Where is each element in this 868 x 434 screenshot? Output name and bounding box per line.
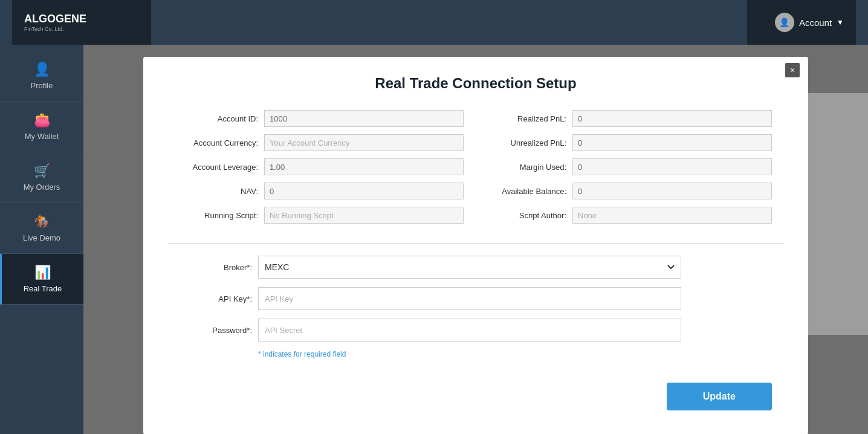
running-script-label: Running Script:: [180, 211, 258, 220]
form-col-right: Realized PnL: Unrealized PnL: Margin Use…: [476, 110, 784, 231]
account-currency-input[interactable]: [264, 134, 464, 151]
sidebar-item-live-demo[interactable]: 🏇 Live Demo: [0, 203, 83, 254]
password-input[interactable]: [258, 319, 681, 342]
realized-pnl-row: Realized PnL:: [488, 110, 772, 127]
realized-pnl-input[interactable]: [572, 110, 772, 127]
logo-area: ALGOGENE FinTech Co. Ltd.: [12, 0, 151, 45]
form-section: Account ID: Account Currency: Account Le…: [167, 110, 784, 231]
nav-input[interactable]: [264, 183, 464, 199]
modal-overlay: × Real Trade Connection Setup Account ID…: [83, 45, 868, 434]
wallet-icon: 👛: [34, 112, 50, 128]
available-balance-input[interactable]: [572, 183, 772, 199]
sidebar-item-label: Real Trade: [24, 284, 62, 293]
account-button[interactable]: 👤 Account ▼: [747, 0, 856, 45]
modal-title: Real Trade Connection Setup: [167, 75, 784, 92]
account-id-label: Account ID:: [180, 114, 258, 123]
account-currency-label: Account Currency:: [180, 138, 258, 147]
sidebar-item-real-trade[interactable]: 📊 Real Trade: [0, 254, 83, 305]
broker-label: Broker*:: [180, 263, 252, 272]
password-label: Password*:: [180, 326, 252, 335]
sidebar: 👤 Profile 👛 My Wallet 🛒 My Orders 🏇 Live…: [0, 45, 83, 434]
script-author-label: Script Author:: [488, 211, 566, 220]
sidebar-item-label: Live Demo: [23, 233, 60, 242]
broker-section: Broker*: MEXC Binance Bybit Bitfinex API…: [167, 256, 784, 358]
navbar: ALGOGENE FinTech Co. Ltd. 👤 Account ▼: [0, 0, 868, 45]
realized-pnl-label: Realized PnL:: [488, 114, 566, 123]
unrealized-pnl-row: Unrealized PnL:: [488, 134, 772, 151]
form-col-left: Account ID: Account Currency: Account Le…: [167, 110, 476, 231]
unrealized-pnl-input[interactable]: [572, 134, 772, 151]
account-avatar: 👤: [775, 13, 794, 32]
main-layout: 👤 Profile 👛 My Wallet 🛒 My Orders 🏇 Live…: [0, 45, 868, 434]
orders-icon: 🛒: [34, 163, 50, 179]
margin-used-row: Margin Used:: [488, 158, 772, 175]
required-note: * indicates for required field: [258, 350, 772, 358]
password-row: Password*:: [180, 319, 772, 342]
available-balance-row: Available Balance:: [488, 183, 772, 199]
broker-select[interactable]: MEXC Binance Bybit Bitfinex: [258, 256, 681, 279]
sidebar-item-label: Profile: [31, 81, 53, 90]
running-script-row: Running Script:: [180, 207, 464, 224]
nav-row: NAV:: [180, 183, 464, 199]
sidebar-item-my-wallet[interactable]: 👛 My Wallet: [0, 102, 83, 152]
running-script-input[interactable]: [264, 207, 464, 224]
real-trade-icon: 📊: [34, 265, 51, 280]
logo-sub: FinTech Co. Ltd.: [24, 26, 86, 32]
unrealized-pnl-label: Unrealized PnL:: [488, 138, 566, 147]
api-key-label: API Key*:: [180, 294, 252, 303]
account-leverage-input[interactable]: [264, 158, 464, 175]
sidebar-item-label: My Orders: [24, 183, 60, 192]
script-author-row: Script Author:: [488, 207, 772, 224]
account-id-input[interactable]: [264, 110, 464, 127]
update-button[interactable]: Update: [667, 383, 772, 410]
profile-icon: 👤: [34, 62, 50, 77]
margin-used-label: Margin Used:: [488, 163, 566, 172]
available-balance-label: Available Balance:: [488, 187, 566, 196]
chevron-down-icon: ▼: [837, 18, 844, 27]
sidebar-item-profile[interactable]: 👤 Profile: [0, 51, 83, 102]
sidebar-item-label: My Wallet: [25, 132, 59, 141]
account-leverage-label: Account Leverage:: [180, 163, 258, 172]
api-key-row: API Key*:: [180, 287, 772, 310]
sidebar-item-my-orders[interactable]: 🛒 My Orders: [0, 152, 83, 203]
account-leverage-row: Account Leverage:: [180, 158, 464, 175]
api-key-input[interactable]: [258, 287, 681, 310]
account-currency-row: Account Currency:: [180, 134, 464, 151]
modal: × Real Trade Connection Setup Account ID…: [143, 57, 808, 434]
content-area: × Real Trade Connection Setup Account ID…: [83, 45, 868, 434]
account-label: Account: [799, 18, 832, 28]
script-author-input[interactable]: [572, 207, 772, 224]
modal-close-button[interactable]: ×: [785, 63, 800, 77]
margin-used-input[interactable]: [572, 158, 772, 175]
account-id-row: Account ID:: [180, 110, 464, 127]
broker-row: Broker*: MEXC Binance Bybit Bitfinex: [180, 256, 772, 279]
divider: [167, 243, 784, 244]
logo-main: ALGOGENE: [24, 13, 86, 26]
nav-label: NAV:: [180, 187, 258, 196]
live-demo-icon: 🏇: [34, 214, 50, 230]
